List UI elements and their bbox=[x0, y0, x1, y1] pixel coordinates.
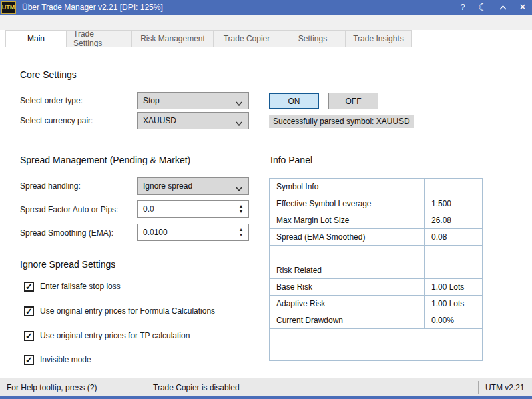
table-row: Symbol Info bbox=[270, 179, 482, 195]
collapse-icon[interactable] bbox=[497, 0, 508, 15]
tab-risk-management[interactable]: Risk Management bbox=[132, 30, 214, 47]
row-label: Adaptive Risk bbox=[270, 296, 425, 312]
checkbox-checked-icon[interactable]: ✓ bbox=[24, 306, 34, 316]
dark-mode-icon[interactable]: ☾ bbox=[477, 0, 488, 15]
ignore-spread-heading: Ignore Spread Settings bbox=[20, 259, 115, 270]
spinner-arrows-icon[interactable]: ▴ ▾ bbox=[236, 225, 246, 240]
spread-smoothing-label: Spread Smoothing (EMA): bbox=[20, 228, 113, 238]
table-row: Base Risk 1.00 Lots bbox=[270, 279, 482, 296]
window-bottom-border bbox=[0, 396, 532, 399]
spin-down-icon[interactable]: ▾ bbox=[240, 209, 242, 214]
table-row bbox=[270, 246, 482, 262]
row-label: Symbol Info bbox=[270, 179, 425, 195]
spread-factor-input[interactable]: 0.0 ▴ ▾ bbox=[137, 200, 249, 218]
help-icon[interactable]: ? bbox=[457, 0, 468, 15]
row-label bbox=[270, 246, 425, 262]
off-button[interactable]: OFF bbox=[328, 93, 378, 109]
currency-pair-value: XAUUSD bbox=[143, 116, 176, 125]
table-row: Max Margin Lot Size 26.08 bbox=[270, 212, 482, 229]
table-row: Current Drawdown 0.00% bbox=[270, 312, 482, 329]
chevron-down-icon bbox=[236, 119, 242, 128]
row-value bbox=[425, 262, 482, 278]
spin-down-icon[interactable]: ▾ bbox=[240, 232, 242, 238]
row-value: 1.00 Lots bbox=[425, 279, 482, 295]
row-label: Current Drawdown bbox=[270, 312, 425, 328]
table-row: Spread (EMA Smoothed) 0.08 bbox=[270, 229, 482, 246]
app-window: UTM Über Trade Manager v2.21 [DPI: 125%]… bbox=[0, 0, 532, 399]
close-icon[interactable]: ✕ bbox=[517, 0, 528, 15]
status-bar: For Help tooltip, press (?) Trade Copier… bbox=[0, 378, 532, 396]
row-label: Max Margin Lot Size bbox=[270, 212, 425, 228]
row-label: Spread (EMA Smoothed) bbox=[270, 229, 425, 245]
table-row: Effective Symbol Leverage 1:500 bbox=[270, 195, 482, 212]
row-label: Base Risk bbox=[270, 279, 425, 295]
table-row: Adaptive Risk 1.00 Lots bbox=[270, 296, 482, 312]
spread-management-heading: Spread Management (Pending & Market) bbox=[20, 155, 190, 165]
tab-trade-insights[interactable]: Trade Insights bbox=[346, 30, 412, 47]
spread-handling-value: Ignore spread bbox=[143, 181, 192, 191]
toolbar-strip bbox=[0, 15, 532, 30]
row-value: 1:500 bbox=[425, 195, 482, 212]
order-type-label: Select order type: bbox=[20, 96, 83, 105]
spread-smoothing-value: 0.0100 bbox=[143, 228, 168, 237]
failsafe-checkbox-row[interactable]: ✓ Enter failsafe stop loss bbox=[24, 281, 121, 292]
info-panel-heading: Info Panel bbox=[270, 155, 312, 165]
spinner-arrows-icon[interactable]: ▴ ▾ bbox=[236, 202, 246, 216]
checkbox-label: Invisible mode bbox=[40, 355, 91, 364]
tab-settings[interactable]: Settings bbox=[280, 30, 346, 47]
version-text: UTM v2.21 bbox=[479, 383, 532, 392]
copier-status-text: Trade Copier is disabled bbox=[146, 383, 478, 392]
invisible-mode-checkbox-row[interactable]: ✓ Invisible mode bbox=[24, 354, 91, 365]
currency-pair-label: Select currency pair: bbox=[20, 116, 93, 125]
checkbox-label: Enter failsafe stop loss bbox=[40, 282, 121, 291]
order-type-value: Stop bbox=[143, 96, 160, 105]
order-type-select[interactable]: Stop bbox=[137, 92, 249, 109]
core-settings-heading: Core Settings bbox=[20, 69, 77, 80]
info-panel-table: Symbol Info Effective Symbol Leverage 1:… bbox=[269, 178, 483, 361]
tab-trade-copier[interactable]: Trade Copier bbox=[214, 30, 280, 47]
spread-factor-label: Spread Factor Auto or Pips: bbox=[20, 205, 118, 214]
checkbox-checked-icon[interactable]: ✓ bbox=[24, 331, 34, 341]
tab-main[interactable]: Main bbox=[5, 30, 67, 47]
row-value bbox=[425, 246, 482, 262]
row-value: 0.00% bbox=[425, 312, 482, 328]
row-label: Effective Symbol Leverage bbox=[270, 195, 425, 212]
row-label: Risk Related bbox=[270, 262, 425, 278]
parse-status-message: Successfully parsed symbol: XAUUSD bbox=[269, 115, 414, 128]
title-bar: UTM Über Trade Manager v2.21 [DPI: 125%]… bbox=[0, 0, 532, 15]
spread-smoothing-input[interactable]: 0.0100 ▴ ▾ bbox=[137, 224, 249, 241]
checkbox-checked-icon[interactable]: ✓ bbox=[24, 282, 34, 292]
checkbox-label: Use original entry prices for Formula Ca… bbox=[40, 306, 215, 316]
currency-pair-select[interactable]: XAUUSD bbox=[137, 112, 249, 129]
row-value: 0.08 bbox=[425, 229, 482, 245]
row-value bbox=[425, 179, 482, 195]
checkbox-checked-icon[interactable]: ✓ bbox=[24, 355, 34, 365]
table-row: Risk Related bbox=[270, 262, 482, 279]
spread-factor-value: 0.0 bbox=[143, 204, 154, 214]
chevron-down-icon bbox=[236, 184, 242, 193]
tp-prices-checkbox-row[interactable]: ✓ Use original entry prices for TP calcu… bbox=[24, 330, 190, 341]
row-value: 1.00 Lots bbox=[425, 296, 482, 312]
on-button[interactable]: ON bbox=[269, 93, 319, 109]
chevron-down-icon bbox=[236, 99, 242, 108]
spread-handling-label: Spread handling: bbox=[20, 181, 81, 191]
tab-trade-settings[interactable]: Trade Settings bbox=[67, 30, 132, 47]
window-title: Über Trade Manager v2.21 [DPI: 125%] bbox=[22, 0, 163, 15]
spread-handling-select[interactable]: Ignore spread bbox=[137, 177, 249, 195]
row-value: 26.08 bbox=[425, 212, 482, 228]
tab-bar: Main Trade Settings Risk Management Trad… bbox=[5, 30, 412, 47]
formula-prices-checkbox-row[interactable]: ✓ Use original entry prices for Formula … bbox=[24, 306, 215, 316]
checkbox-label: Use original entry prices for TP calcula… bbox=[40, 331, 190, 340]
app-icon: UTM bbox=[1, 1, 16, 14]
help-hint-text: For Help tooltip, press (?) bbox=[0, 383, 146, 392]
titlebar-controls: ? ☾ ✕ bbox=[457, 0, 528, 15]
